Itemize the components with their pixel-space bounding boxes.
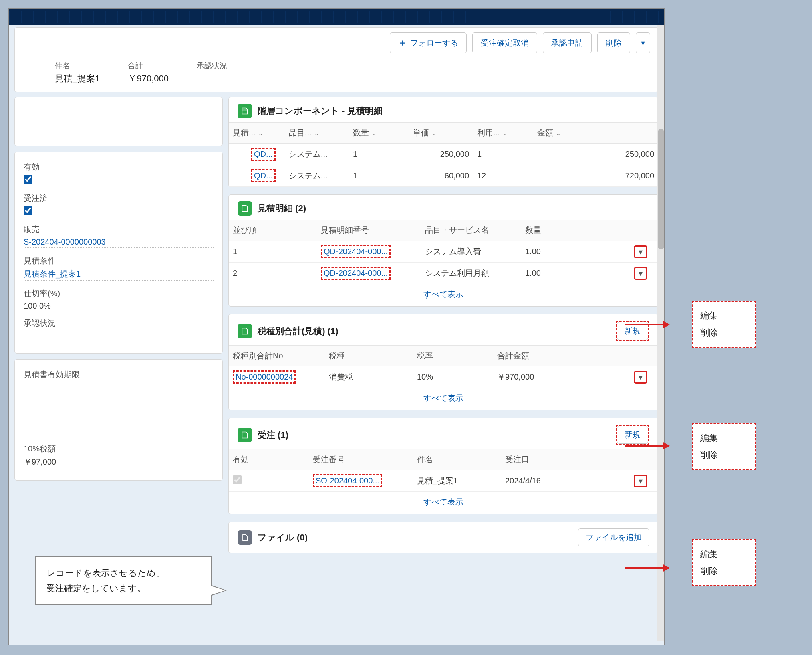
hier-row: QD... システム... 1 60,000 12 720,000: [229, 165, 658, 187]
hier-col-qty[interactable]: 数量⌄: [349, 123, 409, 144]
hier-col-amt[interactable]: 金額⌄: [533, 123, 658, 144]
total-value: ￥970,000: [128, 73, 169, 85]
menu-edit[interactable]: 編集: [700, 307, 748, 324]
taxsum-col-rate[interactable]: 税率: [413, 346, 493, 366]
menu-delete[interactable]: 削除: [700, 447, 748, 463]
taxsum-type: 消費税: [325, 366, 413, 388]
orders-col-date[interactable]: 受注日: [501, 449, 630, 470]
row-menu-button[interactable]: ▾: [634, 475, 647, 487]
chevron-down-icon: ⌄: [431, 130, 437, 137]
taxsum-no-link[interactable]: No-0000000024: [233, 370, 296, 384]
hier-row-unit: 250,000: [409, 144, 473, 165]
orders-col-active[interactable]: 有効: [229, 449, 309, 470]
approval-status-label: 承認状況: [24, 318, 214, 329]
hier-row-name: システム...: [285, 165, 349, 187]
follow-label: フォローする: [410, 38, 458, 49]
hier-table: 見積...⌄ 品目...⌄ 数量⌄ 単価⌄ 利用...⌄ 金額⌄ QD... シ…: [229, 122, 658, 187]
sales-link[interactable]: S-202404-0000000003: [24, 237, 214, 248]
window-frame: ＋ フォローする 受注確定取消 承認申請 削除 ▾ 件名 見積_提案1 合計 ￥…: [8, 8, 665, 645]
cancel-confirm-button[interactable]: 受注確定取消: [472, 32, 537, 53]
ordered-checkbox[interactable]: [24, 206, 32, 215]
hier-row-amt: 720,000: [533, 165, 658, 187]
qdetail-col-item[interactable]: 品目・サービス名: [421, 220, 521, 241]
callout-note: レコードを表示させるため、 受注確定をしています。: [35, 556, 212, 605]
cond-label: 見積条件: [24, 255, 214, 266]
hier-row-name: システム...: [285, 144, 349, 165]
margin-label: 仕切率(%): [24, 288, 214, 299]
taxsum-title: 税種別合計(見積) (1): [258, 325, 610, 337]
subject-field: 件名 見積_提案1: [55, 61, 100, 85]
submit-approval-button[interactable]: 承認申請: [543, 32, 592, 53]
subject-label: 件名: [55, 61, 100, 71]
hier-row-use: 12: [473, 165, 533, 187]
qdetail-col-qty[interactable]: 数量: [521, 220, 630, 241]
margin-value: 100.0%: [24, 301, 214, 311]
cond-link[interactable]: 見積条件_提案1: [24, 269, 214, 281]
hier-col-unit[interactable]: 単価⌄: [409, 123, 473, 144]
files-add-button[interactable]: ファイルを追加: [578, 528, 649, 546]
qdetail-no-link[interactable]: QD-202404-000...: [321, 267, 391, 280]
arrow-icon: [625, 567, 669, 569]
hier-row-use: 1: [473, 144, 533, 165]
qdetail-col-order[interactable]: 並び順: [229, 220, 317, 241]
taxsum-rate: 10%: [413, 366, 493, 388]
orders-subject: 見積_提案1: [413, 470, 501, 492]
chevron-down-icon: ⌄: [502, 130, 508, 137]
hier-row-qty: 1: [349, 165, 409, 187]
qdetail-table: 並び順 見積明細番号 品目・サービス名 数量 1 QD-202404-000..…: [229, 220, 658, 284]
approval-label: 承認状況: [197, 61, 227, 71]
menu-edit[interactable]: 編集: [700, 430, 748, 447]
orders-no-link[interactable]: SO-202404-000...: [313, 474, 382, 487]
hier-row-id-link[interactable]: QD...: [251, 169, 276, 182]
taxsum-showall[interactable]: すべて表示: [229, 388, 658, 410]
doc-icon: [238, 324, 252, 338]
qdetail-order: 1: [229, 241, 317, 263]
orders-table: 有効 受注番号 件名 受注日 SO-202404-000... 見積_提案1: [229, 449, 658, 492]
row-menu-button[interactable]: ▾: [634, 246, 647, 258]
qdetail-qty: 1.00: [521, 241, 630, 263]
more-actions-button[interactable]: ▾: [636, 32, 650, 53]
qdetail-item: システム利用月額: [421, 263, 521, 284]
qdetail-title: 見積明細 (2): [258, 202, 649, 214]
orders-col-no[interactable]: 受注番号: [309, 449, 413, 470]
active-checkbox[interactable]: [24, 175, 32, 184]
hier-col-id[interactable]: 見積...⌄: [229, 123, 285, 144]
qdetail-showall[interactable]: すべて表示: [229, 284, 658, 306]
detail-card: 有効 受注済 販売 S-202404-0000000003 見積条件: [14, 152, 223, 354]
content-area: ＋ フォローする 受注確定取消 承認申請 削除 ▾ 件名 見積_提案1 合計 ￥…: [12, 25, 661, 641]
callout-line1: レコードを表示させるため、: [46, 566, 200, 580]
arrow-icon: [625, 445, 669, 447]
qdetail-col-no[interactable]: 見積明細番号: [317, 220, 421, 241]
anno-menu-3: 編集 削除: [692, 539, 756, 586]
hier-card: 階層コンポーネント - 見積明細 見積...⌄ 品目...⌄ 数量⌄ 単価⌄ 利…: [228, 97, 659, 187]
taxsum-col-total[interactable]: 合計金額: [493, 346, 630, 366]
scrollbar-track[interactable]: [657, 25, 665, 641]
follow-button[interactable]: ＋ フォローする: [390, 32, 467, 53]
hier-col-use[interactable]: 利用...⌄: [473, 123, 533, 144]
scrollbar-thumb[interactable]: [658, 129, 664, 249]
menu-delete[interactable]: 削除: [700, 324, 748, 341]
qdetail-no-link[interactable]: QD-202404-000...: [321, 245, 391, 258]
files-card: ファイル (0) ファイルを追加: [228, 522, 659, 553]
taxsum-col-no[interactable]: 税種別合計No: [229, 346, 325, 366]
chevron-down-icon: ⌄: [314, 130, 319, 137]
row-menu-button[interactable]: ▾: [634, 371, 647, 383]
hier-col-name[interactable]: 品目...⌄: [285, 123, 349, 144]
qdetail-qty: 1.00: [521, 263, 630, 284]
hier-row-id-link[interactable]: QD...: [251, 148, 276, 161]
delete-button[interactable]: 削除: [597, 32, 630, 53]
taxsum-col-type[interactable]: 税種: [325, 346, 413, 366]
orders-date: 2024/4/16: [501, 470, 630, 492]
qdetail-card: 見積明細 (2) 並び順 見積明細番号 品目・サービス名 数量 1: [228, 194, 659, 307]
menu-edit[interactable]: 編集: [700, 546, 748, 563]
plus-icon: ＋: [398, 37, 407, 49]
doc-icon: [238, 428, 252, 442]
row-menu-button[interactable]: ▾: [634, 267, 647, 279]
arrow-icon: [625, 324, 669, 325]
menu-delete[interactable]: 削除: [700, 563, 748, 580]
orders-showall[interactable]: すべて表示: [229, 492, 658, 514]
orders-new-button[interactable]: 新規: [617, 426, 648, 444]
orders-col-subject[interactable]: 件名: [413, 449, 501, 470]
orders-title: 受注 (1): [258, 429, 610, 441]
chevron-down-icon: ⌄: [258, 130, 263, 137]
